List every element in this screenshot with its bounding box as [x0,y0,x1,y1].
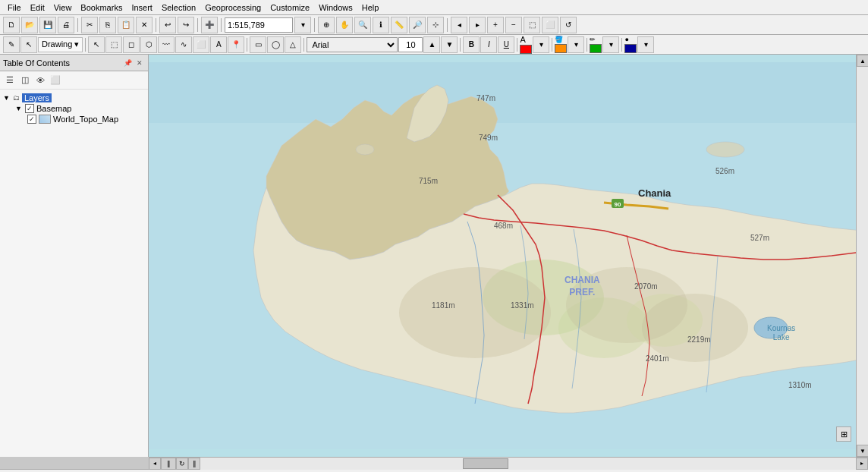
pan-button[interactable]: ✋ [336,17,353,33]
goto-xy-button[interactable]: ⊹ [427,17,444,33]
world-topo-checkbox[interactable] [27,115,36,124]
menu-bookmarks[interactable]: Bookmarks [76,2,127,14]
line-color-swatch[interactable] [590,44,602,53]
italic-btn[interactable]: I [480,36,497,53]
fixed-zoom-out-button[interactable]: − [505,17,522,33]
v-scroll-down-btn[interactable]: ▼ [857,445,868,457]
h-scroll-extra3[interactable]: ‖ [188,458,200,470]
sep1 [77,18,78,32]
menu-customize[interactable]: Customize [266,2,314,14]
draw-mode-btn[interactable]: ✎ [3,36,20,53]
h-scroll-left-btn[interactable]: ◂ [149,458,161,470]
draw-tool2[interactable]: ⬚ [105,36,122,53]
toc-source-view-btn[interactable]: ◫ [18,74,32,87]
v-scroll-up-btn[interactable]: ▲ [857,55,868,67]
draw-tool4[interactable]: ⬡ [140,36,157,53]
toc-list-view-btn[interactable]: ☰ [3,74,17,87]
sep-d3 [303,38,304,52]
toc-visibility-btn[interactable]: 👁 [33,74,47,87]
paste-button[interactable]: 📋 [118,17,134,33]
new-button[interactable]: 🗋 [3,17,20,33]
menu-edit[interactable]: Edit [26,2,49,14]
basemap-item[interactable]: ▼ Basemap [14,103,146,114]
draw-shape3[interactable]: △ [285,36,301,53]
zoom-full-button[interactable]: ⊕ [318,17,335,33]
font-size-up[interactable]: ▲ [423,36,440,53]
scale-dropdown[interactable]: ▾ [294,17,311,33]
draw-shape1[interactable]: ▭ [250,36,266,53]
draw-tool8[interactable]: A [210,36,227,53]
sep-d6 [552,38,552,52]
draw-pointer-btn[interactable]: ↖ [88,36,105,53]
menu-selection[interactable]: Selection [157,2,200,14]
underline-btn[interactable]: U [498,36,514,53]
copy-button[interactable]: ⎘ [99,17,116,33]
menu-file[interactable]: File [3,2,26,14]
draw-tool5[interactable]: 〰 [158,36,175,53]
delete-button[interactable]: ✕ [136,17,153,33]
draw-tool3[interactable]: ◻ [123,36,140,53]
bold-btn[interactable]: B [463,36,480,53]
refresh-button[interactable]: ↺ [560,17,577,33]
open-button[interactable]: 📂 [21,17,38,33]
toc-close-button[interactable]: ✕ [134,58,145,68]
fill-color-dropdown[interactable]: ▾ [568,36,584,53]
world-topo-label: World_Topo_Map [53,115,118,124]
toc-selection-btn[interactable]: ⬜ [49,74,62,87]
world-topo-icon [39,115,51,124]
layers-root-item[interactable]: ▼ 🗂 Layers [2,93,146,103]
draw-tool7[interactable]: ⬜ [193,36,209,53]
print-button[interactable]: 🖨 [58,17,74,33]
zoom-in-button[interactable]: 🔍 [354,17,371,33]
sep5 [314,18,315,32]
shadow-color-swatch[interactable] [624,44,637,53]
menu-windows[interactable]: Windows [314,2,357,14]
sep-d7 [587,38,587,52]
font-name-select[interactable]: Arial [307,37,398,52]
h-scroll-thumb[interactable] [463,458,508,469]
scale-input[interactable] [225,17,293,33]
identify-button[interactable]: ℹ [373,17,389,33]
map-navigation-icon[interactable]: ⊞ [836,426,851,442]
world-topo-item[interactable]: World_Topo_Map [26,114,146,124]
font-color-dropdown[interactable]: ▾ [533,36,549,53]
draw-shape2[interactable]: ◯ [267,36,284,53]
h-scroll-extra2[interactable]: ↻ [176,458,188,470]
toc-title: Table Of Contents [3,58,70,68]
map-area[interactable]: 90 316 Chania Rethimno CHANIAPREF. RETHI… [149,55,868,457]
h-scroll-right-btn[interactable]: ▸ [856,458,868,470]
drawing-dropdown[interactable]: Drawing ▾ [38,37,83,52]
shadow-color-group: ● [624,36,637,53]
zoom-previous-button[interactable]: ◂ [451,17,467,33]
font-size-input[interactable] [398,37,423,52]
shadow-dropdown[interactable]: ▾ [637,36,654,53]
zoom-next-button[interactable]: ▸ [469,17,486,33]
zoom-layer-button[interactable]: ⬚ [524,17,540,33]
cut-button[interactable]: ✂ [81,17,98,33]
fill-color-swatch[interactable] [555,44,567,53]
menu-view[interactable]: View [49,2,77,14]
menu-insert[interactable]: Insert [127,2,157,14]
line-color-dropdown[interactable]: ▾ [602,36,619,53]
font-size-down[interactable]: ▼ [441,36,458,53]
font-color-swatch[interactable] [520,45,532,54]
sep3 [197,18,198,32]
find-button[interactable]: 🔎 [409,17,426,33]
zoom-selection-button[interactable]: ⬜ [542,17,558,33]
basemap-checkbox[interactable] [25,104,34,113]
menu-geoprocessing[interactable]: Geoprocessing [200,2,266,14]
toc-pin-button[interactable]: 📌 [122,58,133,68]
add-data-button[interactable]: ➕ [201,17,218,33]
draw-tool6[interactable]: ∿ [175,36,192,53]
draw-select-btn[interactable]: ↖ [20,36,37,53]
h-scroll-extra1[interactable]: ‖ [161,458,176,470]
save-button[interactable]: 💾 [39,17,56,33]
fixed-zoom-in-button[interactable]: + [487,17,504,33]
layers-label: Layers [22,93,52,102]
menu-help[interactable]: Help [357,2,384,14]
redo-button[interactable]: ↪ [178,17,194,33]
undo-button[interactable]: ↩ [159,17,176,33]
map-svg: 90 316 [149,55,868,457]
draw-tool9[interactable]: 📍 [228,36,244,53]
measure-button[interactable]: 📏 [391,17,407,33]
